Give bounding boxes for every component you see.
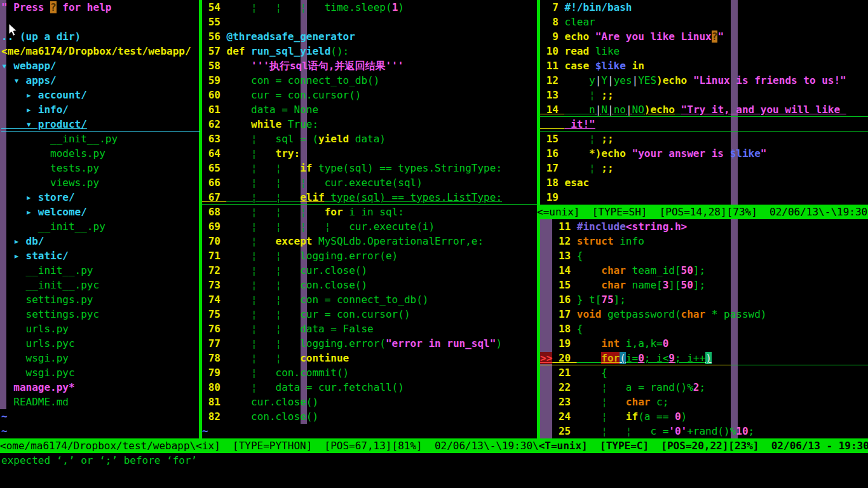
code-token: ¦ ¦ (227, 162, 301, 174)
code-line[interactable]: 81 cur.close() (202, 395, 537, 409)
code-line[interactable]: 12 y|Y|yes|YES)echo "Linux is friends to… (540, 73, 868, 88)
code-line[interactable]: 55 (202, 15, 537, 29)
tree-item[interactable]: __init__.py (1, 132, 200, 146)
code-line[interactable]: 25 ¦ ¦ c ='0'+rand()%10; (540, 424, 868, 438)
tree-item[interactable]: manage.py* (1, 380, 200, 395)
tree-item[interactable]: tests.py (1, 161, 200, 175)
code-line[interactable]: 8 clear (540, 15, 868, 29)
code-token (626, 60, 632, 72)
line-number: 18 (540, 177, 565, 189)
code-token: ¦ (577, 381, 626, 393)
code-line[interactable]: 11 case $like in (540, 58, 868, 73)
tree-item[interactable]: ▸ account/ (1, 88, 200, 102)
tree-item[interactable]: <me/ma6174/Dropbox/test/webapp/ (1, 44, 200, 58)
code-line[interactable]: 77 ¦ ¦ logging.error("error in run_sql") (202, 336, 537, 351)
tree-item[interactable]: settings.py (1, 292, 200, 307)
code-token: ¦ ¦ (227, 264, 301, 276)
code-line[interactable]: 72 ¦ ¦ cur.close() (202, 263, 537, 278)
code-line[interactable]: 54 ¦ ¦ ¦ time.sleep(1) (202, 0, 537, 15)
code-line[interactable]: 7 #!/bin/bash (540, 0, 868, 15)
code-line[interactable]: ~ (202, 424, 537, 438)
code-line[interactable]: 13 ¦ ;; (540, 88, 868, 102)
code-line[interactable]: 63 ¦ sql = (yield data) (202, 132, 537, 146)
code-line[interactable]: 59 con = connect_to_db() (202, 73, 537, 88)
code-line[interactable]: 61 data = None (202, 102, 537, 117)
tree-item[interactable]: __init__.py (1, 219, 200, 234)
code-line[interactable]: 17 ¦ ;; (540, 161, 868, 175)
code-line[interactable]: 23 ¦ char c; (540, 395, 868, 409)
tree-item[interactable] (1, 15, 200, 29)
code-line[interactable]: 15 char name[3][50]; (540, 278, 868, 292)
code-line[interactable]: 19 int i,a,k=0 (540, 336, 868, 351)
code-line[interactable]: 12 struct info (540, 234, 868, 248)
code-line[interactable]: 71 ¦ ¦ logging.error(e) (202, 248, 537, 263)
code-line[interactable]: 70 ¦ except MySQLdb.OperationalError,e: (202, 234, 537, 248)
tree-item[interactable]: " Press ? for help (1, 0, 200, 15)
code-token: try: (276, 147, 301, 159)
code-line[interactable]: 22 ¦ a = rand()%2; (540, 380, 868, 395)
code-line[interactable]: it!" (540, 117, 868, 132)
shell-editor-pane[interactable]: 7 #!/bin/bash 8 clear 9 echo "Are you li… (540, 0, 868, 205)
code-token: yes (614, 74, 632, 86)
code-line[interactable]: 68 ¦ ¦ ¦ for i in sql: (202, 205, 537, 219)
code-line[interactable]: 18 esac (540, 175, 868, 190)
code-line[interactable]: 56 @threadsafe_generator (202, 29, 537, 44)
code-line[interactable]: 74 ¦ ¦ con = connect_to_db() (202, 292, 537, 307)
code-line[interactable]: 16 } t[75]; (540, 292, 868, 307)
code-line[interactable]: 69 ¦ ¦ ¦ ¦ cur.execute(i) (202, 219, 537, 234)
tree-item[interactable]: ▸ welcome/ (1, 205, 200, 219)
code-line[interactable]: 80 ¦ data = cur.fetchall() (202, 380, 537, 395)
code-line[interactable]: 18 { (540, 322, 868, 336)
tree-item[interactable]: ▸ info/ (1, 102, 200, 117)
tree-item[interactable]: ▾ product/ (1, 117, 200, 132)
code-line[interactable]: 60 cur = con.cursor() (202, 88, 537, 102)
code-line[interactable]: 13 { (540, 248, 868, 263)
code-line[interactable]: 9 echo "Are you like Linux?" (540, 29, 868, 44)
tree-item[interactable]: wsgi.py (1, 351, 200, 365)
c-editor-pane[interactable]: 11 #include<string.h> 12 struct info 13 … (540, 219, 868, 438)
tree-item[interactable]: urls.py (1, 322, 200, 336)
code-line[interactable]: 75 ¦ ¦ cur = con.cursor() (202, 307, 537, 322)
code-line[interactable]: 10 read like (540, 44, 868, 58)
tree-item[interactable]: ▸ db/ (1, 234, 200, 248)
code-line[interactable]: 73 ¦ ¦ con.close() (202, 278, 537, 292)
tree-item[interactable]: urls.pyc (1, 336, 200, 351)
code-line[interactable]: 14 char team_id[50]; (540, 263, 868, 278)
tree-item[interactable]: README.md (1, 395, 200, 409)
code-line[interactable]: >> 20 for(i=0; i<9; i++) (540, 351, 868, 365)
code-line[interactable]: 14 n|N|no|NO)echo "Try it, and you will … (540, 102, 868, 117)
tree-item[interactable]: views.py (1, 175, 200, 190)
tree-item[interactable]: models.py (1, 146, 200, 161)
code-line[interactable]: 19 (540, 190, 868, 205)
code-line[interactable]: 66 ¦ ¦ ¦ cur.execute(sql) (202, 175, 537, 190)
nerdtree-pane[interactable]: " Press ? for help.. (up a dir)<me/ma617… (0, 0, 200, 438)
code-line[interactable]: 11 #include<string.h> (540, 219, 868, 234)
code-line[interactable]: 24 ¦ if(a == 0) (540, 409, 868, 424)
code-line[interactable]: 65 ¦ ¦ if type(sql) == types.StringType: (202, 161, 537, 175)
tree-item[interactable]: ▸ store/ (1, 190, 200, 205)
python-editor-pane[interactable]: 54 ¦ ¦ ¦ time.sleep(1) 55 56 @threadsafe… (202, 0, 537, 438)
code-line[interactable]: 78 ¦ ¦ continue (202, 351, 537, 365)
tree-item[interactable]: settings.pyc (1, 307, 200, 322)
code-line[interactable]: 64 ¦ try: (202, 146, 537, 161)
code-line[interactable]: 15 ¦ ;; (540, 132, 868, 146)
code-line[interactable]: 62 while True: (202, 117, 537, 132)
tree-item[interactable]: ▾ apps/ (1, 73, 200, 88)
tree-item[interactable]: wsgi.pyc (1, 365, 200, 380)
code-line[interactable]: 82 con.close() (202, 409, 537, 424)
tree-item[interactable]: ▾ webapp/ (1, 58, 200, 73)
tree-item[interactable]: ▸ static/ (1, 248, 200, 263)
tree-item[interactable]: __init__.py (1, 263, 200, 278)
code-line[interactable]: 79 ¦ con.commit() (202, 365, 537, 380)
code-line[interactable]: 21 { (540, 365, 868, 380)
code-line[interactable]: 67 ¦ ¦ elif type(sql) == types.ListType: (202, 190, 537, 205)
code-line[interactable]: 57 def run_sql_yield(): (202, 44, 537, 58)
code-line[interactable]: 17 void getpassword(char * passwd) (540, 307, 868, 322)
code-line[interactable]: 58 '''执行sql语句,并返回结果''' (202, 58, 537, 73)
tree-item[interactable]: .. (up a dir) (1, 29, 200, 44)
tree-item[interactable]: __init__.pyc (1, 278, 200, 292)
tree-item[interactable]: ~ (1, 424, 200, 438)
code-line[interactable]: 16 *)echo "your answer is $like" (540, 146, 868, 161)
code-line[interactable]: 76 ¦ ¦ data = False (202, 322, 537, 336)
tree-item[interactable]: ~ (1, 409, 200, 424)
